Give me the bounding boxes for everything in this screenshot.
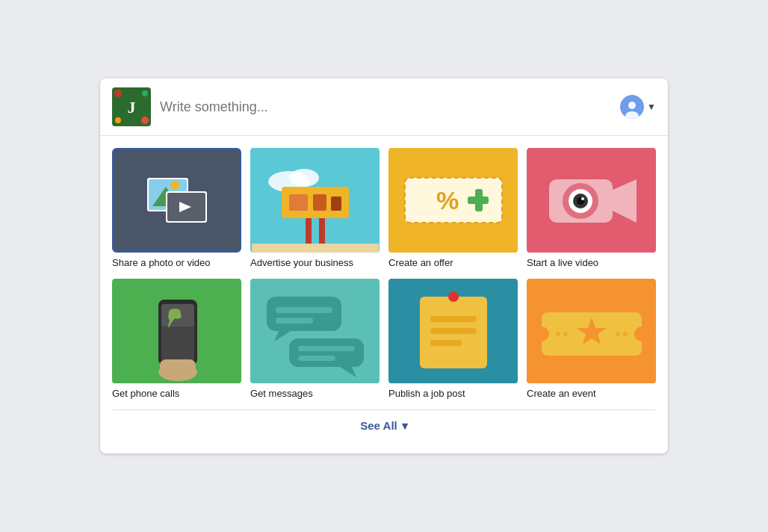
avatar: J [112,87,151,126]
audience-icon [620,95,644,119]
svg-rect-54 [298,356,335,361]
see-all-chevron-icon: ▾ [402,419,408,433]
create-event-item[interactable]: Create an event [527,279,656,400]
start-live-video-thumb [527,148,656,253]
svg-rect-53 [298,346,355,351]
advertise-business-label: Advertise your business [250,257,380,270]
svg-rect-30 [475,189,483,211]
svg-rect-59 [430,328,477,334]
get-messages-label: Get messages [250,388,380,400]
get-messages-thumb [250,279,380,383]
publish-job-post-label: Publish a job post [388,388,518,400]
svg-point-69 [623,332,628,336]
create-offer-thumb: % [388,148,518,253]
svg-rect-24 [331,197,341,211]
post-header: J ▼ [100,78,668,136]
svg-point-2 [141,117,149,124]
options-grid-section: Share a photo or video [100,136,668,454]
post-creation-card: J ▼ [100,78,668,454]
svg-rect-19 [306,215,312,245]
share-photo-item[interactable]: Share a photo or video [112,148,241,270]
svg-rect-51 [289,338,364,367]
svg-point-64 [634,327,649,341]
svg-rect-49 [276,307,332,313]
share-photo-label: Share a photo or video [112,257,241,270]
start-live-video-item[interactable]: Start a live video [527,148,656,270]
chevron-down-icon: ▼ [647,102,656,112]
share-photo-thumb [112,148,241,253]
svg-point-68 [616,332,620,336]
svg-point-63 [534,327,549,341]
advertise-business-item[interactable]: Advertise your business [250,148,380,270]
svg-point-37 [581,197,584,200]
write-something-input[interactable] [160,99,613,115]
options-grid-row-2: Get phone calls [112,279,656,400]
see-all-section: See All ▾ [112,409,656,442]
svg-point-66 [556,332,560,336]
see-all-label: See All [360,419,397,432]
svg-rect-60 [430,340,462,346]
svg-point-18 [289,169,319,187]
svg-text:%: % [436,186,459,214]
audience-button[interactable]: ▼ [620,95,656,119]
publish-job-post-thumb [388,279,518,383]
get-phone-calls-item[interactable]: Get phone calls [112,279,241,400]
get-phone-calls-thumb [112,279,241,383]
svg-rect-50 [276,318,313,324]
create-event-thumb [527,279,656,383]
svg-rect-20 [319,215,325,245]
svg-point-57 [448,291,459,302]
svg-point-12 [170,181,179,190]
svg-point-7 [628,102,636,109]
get-phone-calls-label: Get phone calls [112,388,241,400]
svg-point-1 [114,90,122,97]
svg-rect-23 [313,194,326,211]
svg-text:J: J [128,98,136,117]
see-all-link[interactable]: See All ▾ [121,419,647,433]
svg-point-67 [563,332,568,336]
create-offer-label: Create an offer [388,257,518,270]
svg-rect-22 [289,194,308,211]
publish-job-post-item[interactable]: Publish a job post [388,279,518,400]
svg-point-3 [142,90,148,96]
svg-rect-45 [160,359,196,376]
create-offer-item[interactable]: % Create an offer [388,148,518,270]
svg-rect-58 [430,316,477,322]
svg-rect-25 [252,244,379,253]
start-live-video-label: Start a live video [527,257,656,270]
get-messages-item[interactable]: Get messages [250,279,380,400]
advertise-business-thumb [250,148,380,253]
svg-rect-47 [267,297,341,331]
create-event-label: Create an event [527,388,656,400]
svg-point-4 [115,117,121,123]
options-grid-row-1: Share a photo or video [112,148,656,270]
